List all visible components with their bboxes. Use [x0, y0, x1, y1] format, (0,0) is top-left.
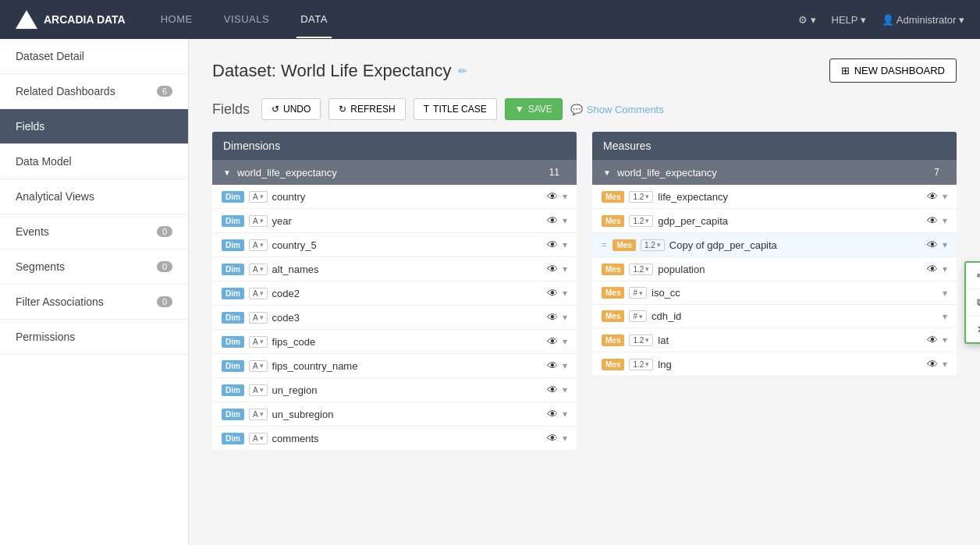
row-menu-icon[interactable]: ▾ — [563, 433, 567, 444]
visibility-icon[interactable]: 👁 — [547, 335, 558, 348]
context-menu-clone[interactable]: ⧉ Clone — [966, 288, 980, 316]
type-badge[interactable]: A ▾ — [249, 191, 268, 203]
refresh-button[interactable]: ↻ REFRESH — [328, 98, 405, 120]
type-badge[interactable]: 1.2 ▾ — [629, 359, 653, 370]
related-dashboards-badge: 6 — [157, 86, 172, 97]
nav-visuals[interactable]: VISUALS — [220, 2, 273, 38]
sidebar-item-related-dashboards[interactable]: Related Dashboards 6 — [0, 74, 188, 109]
row-menu-icon[interactable]: ▾ — [563, 239, 567, 250]
nav-data[interactable]: DATA — [296, 2, 332, 38]
visibility-icon[interactable]: 👁 — [547, 287, 558, 299]
sidebar-item-label: Dataset Detail — [16, 50, 84, 62]
visibility-icon[interactable]: 👁 — [927, 358, 938, 370]
help-btn[interactable]: HELP ▾ — [832, 14, 866, 26]
visibility-icon[interactable]: 👁 — [547, 384, 558, 396]
sidebar-item-permissions[interactable]: Permissions — [0, 320, 188, 355]
dimensions-section: Dimensions ▼ world_life_expectancy 11 Di… — [212, 132, 577, 451]
type-badge[interactable]: A ▾ — [249, 433, 268, 444]
type-badge[interactable]: A ▾ — [249, 239, 268, 251]
row-menu-icon[interactable]: ▾ — [563, 360, 567, 371]
row-menu-icon[interactable]: ▾ — [943, 288, 947, 299]
field-name: code3 — [272, 312, 542, 324]
row-menu-icon[interactable]: ▾ — [943, 215, 947, 226]
edit-dataset-icon[interactable]: ✏ — [458, 65, 467, 77]
filter-associations-badge: 0 — [157, 296, 172, 307]
row-menu-icon[interactable]: ▾ — [943, 191, 947, 202]
type-badge[interactable]: A ▾ — [249, 312, 268, 324]
type-badge[interactable]: # ▾ — [629, 287, 647, 299]
user-menu[interactable]: 👤 Administrator ▾ — [882, 14, 964, 26]
visibility-icon[interactable]: 👁 — [547, 408, 558, 420]
type-badge[interactable]: 1.2 ▾ — [629, 215, 653, 227]
row-menu-icon[interactable]: ▾ — [943, 311, 947, 322]
row-menu-icon[interactable]: ▾ — [563, 409, 567, 419]
visibility-icon[interactable]: 👁 — [927, 334, 938, 346]
visibility-icon[interactable]: 👁 — [547, 432, 558, 444]
type-badge[interactable]: A ▾ — [249, 384, 268, 396]
type-badge[interactable]: 1.2 ▾ — [629, 264, 653, 275]
table-row: Dim A ▾ country_5 👁 ▾ — [212, 233, 577, 257]
row-menu-icon[interactable]: ▾ — [563, 312, 567, 323]
show-comments-button[interactable]: 💬 Show Comments — [570, 104, 664, 115]
title-case-button[interactable]: T TITLE CASE — [414, 98, 497, 120]
row-menu-icon[interactable]: ▾ — [943, 239, 947, 250]
row-menu-icon[interactable]: ▾ — [563, 336, 567, 347]
sidebar-item-dataset-detail[interactable]: Dataset Detail — [0, 39, 188, 74]
type-badge[interactable]: # ▾ — [629, 310, 647, 322]
row-menu-icon[interactable]: ▾ — [943, 334, 947, 345]
nav-home[interactable]: HOME — [157, 2, 197, 38]
new-dashboard-button[interactable]: ⊞ NEW DASHBOARD — [829, 58, 957, 83]
type-badge[interactable]: 1.2 ▾ — [641, 239, 665, 251]
visibility-icon[interactable]: 👁 — [547, 311, 558, 324]
expand-icon[interactable]: ▼ — [223, 168, 231, 177]
row-menu-icon[interactable]: ▾ — [943, 264, 947, 274]
mes-tag: Mes — [602, 359, 624, 370]
visibility-icon[interactable]: 👁 — [547, 359, 558, 372]
save-button[interactable]: ▼ SAVE — [505, 98, 563, 120]
row-menu-icon[interactable]: ▾ — [563, 215, 567, 226]
sidebar-item-events[interactable]: Events 0 — [0, 214, 188, 249]
type-badge[interactable]: A ▾ — [249, 360, 268, 372]
field-name: Copy of gdp_per_capita — [669, 239, 922, 251]
type-badge[interactable]: 1.2 ▾ — [629, 334, 653, 346]
visibility-icon[interactable]: 👁 — [927, 190, 938, 203]
dim-tag: Dim — [222, 288, 244, 299]
fields-header: Fields ↺ UNDO ↻ REFRESH T TITLE CASE ▼ S… — [212, 98, 957, 120]
sidebar-item-analytical-views[interactable]: Analytical Views — [0, 179, 188, 214]
visibility-icon[interactable]: 👁 — [547, 190, 558, 203]
sidebar-item-filter-associations[interactable]: Filter Associations 0 — [0, 285, 188, 320]
row-menu-icon[interactable]: ▾ — [563, 288, 567, 299]
visibility-icon[interactable]: 👁 — [547, 239, 558, 251]
type-badge[interactable]: A ▾ — [249, 409, 268, 420]
type-badge[interactable]: A ▾ — [249, 288, 268, 299]
type-badge[interactable]: 1.2 ▾ — [629, 191, 653, 203]
sidebar-item-data-model[interactable]: Data Model — [0, 144, 188, 179]
type-badge[interactable]: A ▾ — [249, 215, 268, 227]
expand-icon[interactable]: ▼ — [603, 168, 611, 177]
type-badge[interactable]: A ▾ — [249, 264, 268, 275]
row-menu-icon[interactable]: ▾ — [563, 191, 567, 202]
context-menu-remove[interactable]: ✕ Remove — [966, 316, 980, 342]
row-menu-icon[interactable]: ▾ — [563, 384, 567, 395]
table-row: Mes # ▾ cdh_id ▾ — [592, 305, 957, 328]
dimensions-count: 11 — [543, 166, 566, 179]
row-menu-icon[interactable]: ▾ — [563, 264, 567, 274]
visibility-icon[interactable]: 👁 — [927, 263, 938, 275]
settings-btn[interactable]: ⚙ ▾ — [798, 14, 816, 26]
sidebar-item-fields[interactable]: Fields — [0, 109, 188, 144]
visibility-icon[interactable]: 👁 — [547, 214, 558, 227]
type-badge[interactable]: A ▾ — [249, 336, 268, 348]
logo-triangle-icon — [16, 10, 37, 29]
visibility-icon[interactable]: 👁 — [927, 214, 938, 227]
visibility-icon[interactable]: 👁 — [927, 239, 938, 251]
sidebar-item-label: Data Model — [16, 155, 72, 168]
measures-subheader: ▼ world_life_expectancy 7 — [592, 160, 957, 185]
undo-button[interactable]: ↺ UNDO — [261, 98, 321, 120]
row-menu-icon[interactable]: ▾ — [943, 359, 947, 370]
sidebar-item-segments[interactable]: Segments 0 — [0, 249, 188, 285]
dim-tag: Dim — [222, 191, 244, 203]
context-menu-edit[interactable]: ✏ Edit Field ↖ — [966, 263, 980, 288]
dim-tag: Dim — [222, 215, 244, 227]
visibility-icon[interactable]: 👁 — [547, 263, 558, 275]
nav-right: ⚙ ▾ HELP ▾ 👤 Administrator ▾ — [798, 14, 964, 26]
